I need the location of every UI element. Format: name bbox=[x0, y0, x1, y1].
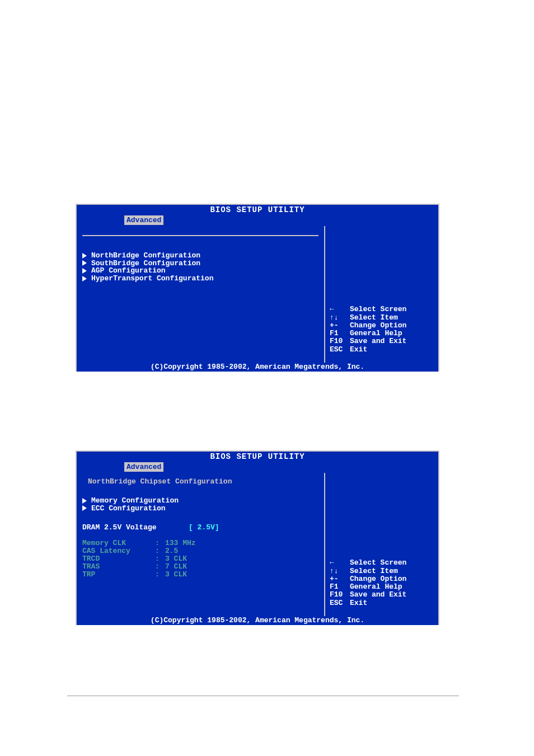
help-exit: ESCExit bbox=[330, 346, 434, 354]
menu-hypertransport[interactable]: HyperTransport Configuration bbox=[82, 275, 318, 283]
menu-northbridge[interactable]: NorthBridge Configuration bbox=[82, 252, 318, 260]
help-change-option: +-Change Option bbox=[330, 322, 434, 330]
bios-tabs: Advanced bbox=[77, 462, 438, 473]
menu-memory-config[interactable]: Memory Configuration bbox=[82, 497, 318, 505]
bios-footer: (C)Copyright 1985-2002, American Megatre… bbox=[77, 616, 438, 625]
readout-trcd: TRCD:3 CLK bbox=[82, 555, 318, 563]
readout-tras: TRAS:7 CLK bbox=[82, 563, 318, 571]
menu-ecc-config[interactable]: ECC Configuration bbox=[82, 505, 318, 513]
help-general-help: F1General Help bbox=[330, 330, 434, 337]
help-select-screen: ←Select Screen bbox=[330, 559, 434, 567]
help-change-option: +-Change Option bbox=[330, 575, 434, 583]
tab-advanced[interactable]: Advanced bbox=[124, 215, 163, 225]
bios-tabs: Advanced bbox=[77, 215, 438, 226]
bios-northbridge-screen: BIOS SETUP UTILITY Advanced NorthBridge … bbox=[76, 450, 439, 625]
help-select-item: ↑↓Select Item bbox=[330, 567, 434, 575]
triangle-icon bbox=[82, 498, 87, 504]
readout-cas-latency: CAS Latency:2.5 bbox=[82, 547, 318, 555]
help-save-exit: F10Save and Exit bbox=[330, 337, 434, 345]
help-select-item: ↑↓Select Item bbox=[330, 314, 434, 322]
help-select-screen: ←Select Screen bbox=[330, 306, 434, 313]
triangle-icon bbox=[82, 260, 87, 266]
bios-footer: (C)Copyright 1985-2002, American Megatre… bbox=[77, 363, 438, 372]
help-general-help: F1General Help bbox=[330, 583, 434, 591]
help-save-exit: F10Save and Exit bbox=[330, 591, 434, 599]
menu-southbridge[interactable]: SouthBridge Configuration bbox=[82, 260, 318, 267]
section-heading: NorthBridge Chipset Configuration bbox=[88, 477, 318, 486]
page-rule bbox=[67, 696, 459, 696]
readout-trp: TRP:3 CLK bbox=[82, 571, 318, 579]
help-exit: ESCExit bbox=[330, 599, 434, 607]
option-dram-voltage[interactable]: DRAM 2.5V Voltage [ 2.5V] bbox=[82, 523, 318, 532]
triangle-icon bbox=[82, 253, 87, 259]
menu-agp[interactable]: AGP Configuration bbox=[82, 267, 318, 275]
northbridge-menu: NorthBridge Chipset Configuration Memory… bbox=[77, 473, 325, 616]
bios-title: BIOS SETUP UTILITY bbox=[77, 205, 438, 215]
triangle-icon bbox=[82, 268, 87, 274]
option-value: [ 2.5V] bbox=[189, 523, 219, 532]
help-pane: ←Select Screen ↑↓Select Item +-Change Op… bbox=[325, 226, 438, 363]
bios-chipset-screen: BIOS SETUP UTILITY Advanced NorthBridge … bbox=[76, 204, 439, 372]
readout-memory-clk: Memory CLK:133 MHz bbox=[82, 539, 318, 547]
chipset-menu: NorthBridge Configuration SouthBridge Co… bbox=[77, 226, 325, 363]
help-pane: ←Select Screen ↑↓Select Item +-Change Op… bbox=[325, 473, 438, 616]
tab-advanced[interactable]: Advanced bbox=[124, 462, 163, 472]
triangle-icon bbox=[82, 276, 87, 281]
bios-title: BIOS SETUP UTILITY bbox=[77, 452, 438, 462]
triangle-icon bbox=[82, 505, 87, 511]
